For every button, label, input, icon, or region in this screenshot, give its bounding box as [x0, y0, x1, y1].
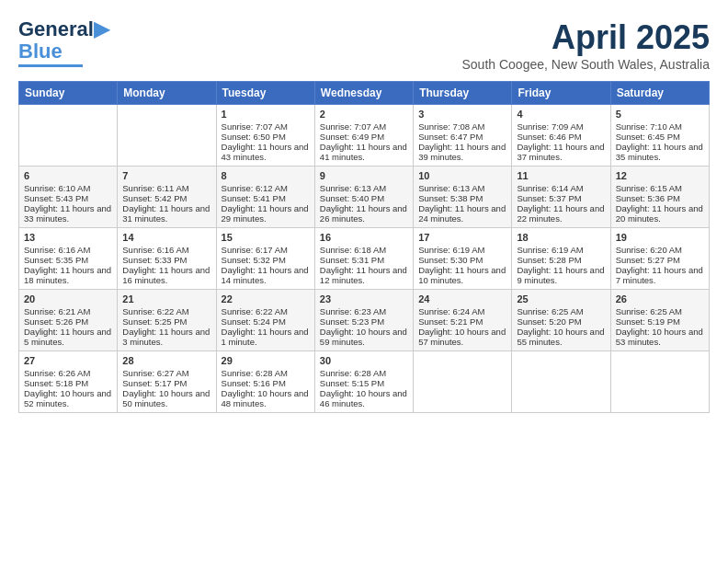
day-number: 18 [517, 232, 605, 243]
location: South Coogee, New South Wales, Australia [461, 57, 710, 72]
sunset-text: Sunset: 6:46 PM [517, 132, 605, 142]
sunset-text: Sunset: 5:23 PM [320, 316, 408, 327]
sunrise-text: Sunrise: 6:19 AM [418, 245, 506, 255]
daylight-text: Daylight: 11 hours and 12 minutes. [320, 265, 408, 285]
sunrise-text: Sunrise: 6:20 AM [616, 245, 704, 255]
daylight-text: Daylight: 11 hours and 26 minutes. [320, 203, 408, 224]
day-number: 14 [122, 232, 210, 243]
day-number: 12 [616, 170, 704, 181]
sunset-text: Sunset: 6:50 PM [222, 132, 310, 142]
daylight-text: Daylight: 11 hours and 24 minutes. [418, 203, 506, 224]
logo: General▶ Blue [18, 18, 109, 67]
calendar-cell: 14Sunrise: 6:16 AMSunset: 5:33 PMDayligh… [118, 228, 216, 290]
day-number: 17 [418, 232, 506, 243]
sunset-text: Sunset: 5:25 PM [122, 316, 210, 327]
day-number: 15 [222, 232, 310, 243]
sunset-text: Sunset: 6:49 PM [320, 132, 408, 142]
day-number: 3 [418, 109, 506, 120]
sunset-text: Sunset: 6:47 PM [418, 132, 506, 142]
calendar-cell: 27Sunrise: 6:26 AMSunset: 5:18 PMDayligh… [19, 351, 118, 413]
day-number: 5 [616, 109, 704, 120]
sunrise-text: Sunrise: 7:08 AM [418, 121, 506, 132]
day-number: 29 [222, 355, 310, 366]
sunrise-text: Sunrise: 6:21 AM [24, 306, 112, 316]
sunrise-text: Sunrise: 6:25 AM [517, 306, 605, 316]
title-block: April 2025 South Coogee, New South Wales… [461, 18, 710, 72]
sunrise-text: Sunrise: 6:26 AM [24, 368, 112, 378]
sunrise-text: Sunrise: 6:17 AM [222, 245, 310, 255]
sunset-text: Sunset: 5:24 PM [222, 316, 310, 327]
calendar-cell [512, 351, 610, 413]
calendar-cell: 13Sunrise: 6:16 AMSunset: 5:35 PMDayligh… [19, 228, 118, 290]
daylight-text: Daylight: 11 hours and 39 minutes. [418, 142, 506, 162]
daylight-text: Daylight: 10 hours and 55 minutes. [517, 327, 605, 347]
column-header-wednesday: Wednesday [314, 82, 413, 105]
sunrise-text: Sunrise: 6:13 AM [320, 183, 408, 193]
daylight-text: Daylight: 11 hours and 3 minutes. [122, 327, 210, 347]
day-number: 1 [222, 109, 310, 120]
sunrise-text: Sunrise: 6:22 AM [222, 306, 310, 316]
calendar-cell: 17Sunrise: 6:19 AMSunset: 5:30 PMDayligh… [414, 228, 512, 290]
day-number: 24 [418, 293, 506, 304]
sunset-text: Sunset: 6:45 PM [616, 132, 704, 142]
daylight-text: Daylight: 10 hours and 50 minutes. [122, 388, 210, 408]
calendar-cell [610, 351, 709, 413]
daylight-text: Daylight: 11 hours and 31 minutes. [122, 203, 210, 224]
sunset-text: Sunset: 5:27 PM [616, 255, 704, 265]
calendar-cell: 30Sunrise: 6:28 AMSunset: 5:15 PMDayligh… [314, 351, 413, 413]
sunrise-text: Sunrise: 6:23 AM [320, 306, 408, 316]
week-row-1: 1Sunrise: 7:07 AMSunset: 6:50 PMDaylight… [19, 105, 710, 167]
calendar-cell: 12Sunrise: 6:15 AMSunset: 5:36 PMDayligh… [610, 167, 709, 228]
sunrise-text: Sunrise: 6:16 AM [24, 245, 112, 255]
calendar-cell: 8Sunrise: 6:12 AMSunset: 5:41 PMDaylight… [216, 167, 314, 228]
sunrise-text: Sunrise: 7:07 AM [320, 121, 408, 132]
column-header-thursday: Thursday [414, 82, 512, 105]
daylight-text: Daylight: 11 hours and 18 minutes. [24, 265, 112, 285]
sunrise-text: Sunrise: 6:14 AM [517, 183, 605, 193]
calendar-cell: 19Sunrise: 6:20 AMSunset: 5:27 PMDayligh… [610, 228, 709, 290]
calendar-cell: 11Sunrise: 6:14 AMSunset: 5:37 PMDayligh… [512, 167, 610, 228]
sunrise-text: Sunrise: 6:24 AM [418, 306, 506, 316]
sunset-text: Sunset: 5:18 PM [24, 378, 112, 388]
day-number: 21 [122, 293, 210, 304]
sunset-text: Sunset: 5:26 PM [24, 316, 112, 327]
calendar-cell: 10Sunrise: 6:13 AMSunset: 5:38 PMDayligh… [414, 167, 512, 228]
sunrise-text: Sunrise: 7:09 AM [517, 121, 605, 132]
day-number: 19 [616, 232, 704, 243]
daylight-text: Daylight: 11 hours and 10 minutes. [418, 265, 506, 285]
day-number: 28 [122, 355, 210, 366]
sunrise-text: Sunrise: 6:13 AM [418, 183, 506, 193]
day-number: 7 [122, 170, 210, 181]
sunrise-text: Sunrise: 6:28 AM [222, 368, 310, 378]
daylight-text: Daylight: 11 hours and 43 minutes. [222, 142, 310, 162]
sunrise-text: Sunrise: 7:07 AM [222, 121, 310, 132]
month-year: April 2025 [461, 18, 710, 57]
calendar: SundayMondayTuesdayWednesdayThursdayFrid… [18, 81, 710, 413]
sunset-text: Sunset: 5:33 PM [122, 255, 210, 265]
column-header-tuesday: Tuesday [216, 82, 314, 105]
sunrise-text: Sunrise: 6:28 AM [320, 368, 408, 378]
calendar-cell [414, 351, 512, 413]
daylight-text: Daylight: 11 hours and 5 minutes. [24, 327, 112, 347]
calendar-cell: 5Sunrise: 7:10 AMSunset: 6:45 PMDaylight… [610, 105, 709, 167]
sunset-text: Sunset: 5:43 PM [24, 193, 112, 203]
week-row-5: 27Sunrise: 6:26 AMSunset: 5:18 PMDayligh… [19, 351, 710, 413]
day-number: 2 [320, 109, 408, 120]
sunset-text: Sunset: 5:40 PM [320, 193, 408, 203]
daylight-text: Daylight: 11 hours and 41 minutes. [320, 142, 408, 162]
day-number: 22 [222, 293, 310, 304]
day-number: 16 [320, 232, 408, 243]
sunrise-text: Sunrise: 6:22 AM [122, 306, 210, 316]
sunrise-text: Sunrise: 6:12 AM [222, 183, 310, 193]
daylight-text: Daylight: 10 hours and 52 minutes. [24, 388, 112, 408]
daylight-text: Daylight: 11 hours and 9 minutes. [517, 265, 605, 285]
sunset-text: Sunset: 5:36 PM [616, 193, 704, 203]
sunrise-text: Sunrise: 6:27 AM [122, 368, 210, 378]
calendar-cell: 9Sunrise: 6:13 AMSunset: 5:40 PMDaylight… [314, 167, 413, 228]
daylight-text: Daylight: 11 hours and 22 minutes. [517, 203, 605, 224]
daylight-text: Daylight: 11 hours and 14 minutes. [222, 265, 310, 285]
sunset-text: Sunset: 5:42 PM [122, 193, 210, 203]
calendar-header-row: SundayMondayTuesdayWednesdayThursdayFrid… [19, 82, 710, 105]
day-number: 11 [517, 170, 605, 181]
sunset-text: Sunset: 5:16 PM [222, 378, 310, 388]
